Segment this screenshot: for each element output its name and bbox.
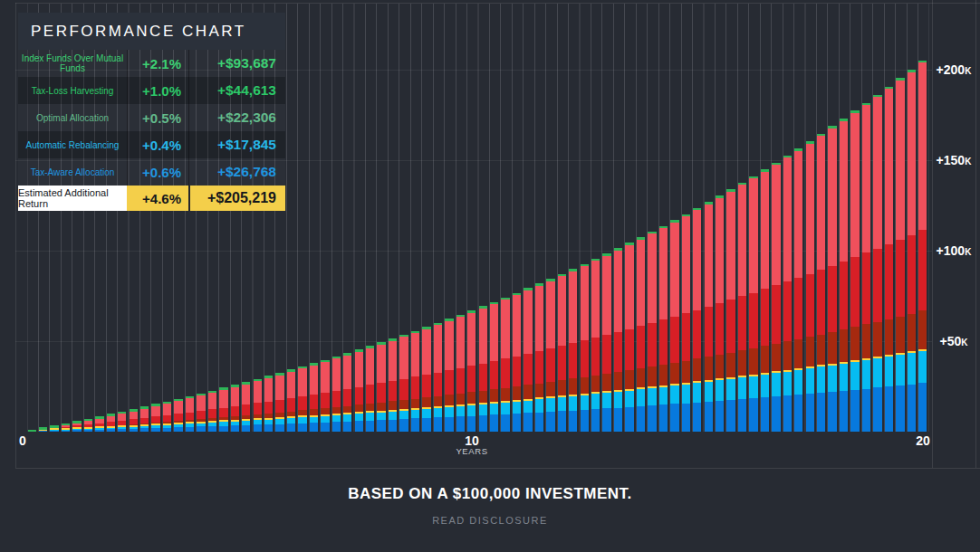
stacked-bar[interactable] <box>275 373 283 432</box>
stacked-bar[interactable] <box>705 202 713 432</box>
stacked-bar[interactable] <box>389 338 397 432</box>
stacked-bar[interactable] <box>546 279 554 432</box>
stacked-bar[interactable] <box>343 353 351 432</box>
stacked-bar[interactable] <box>197 394 205 432</box>
read-disclosure-link[interactable]: READ DISCLOSURE <box>0 515 980 526</box>
bar-segment <box>186 427 194 432</box>
stacked-bar[interactable] <box>219 387 227 432</box>
stacked-bar[interactable] <box>637 237 645 432</box>
stacked-bar[interactable] <box>163 402 171 432</box>
stacked-bar[interactable] <box>467 310 476 432</box>
stacked-bar[interactable] <box>873 95 881 432</box>
bar-segment <box>422 375 430 397</box>
stacked-bar[interactable] <box>411 331 419 432</box>
legend-row[interactable]: Tax-Loss Harvesting+1.0%+$44,613 <box>18 77 285 104</box>
bar-segment <box>850 390 859 432</box>
stacked-bar[interactable] <box>366 346 374 432</box>
stacked-bar[interactable] <box>118 412 126 432</box>
stacked-bar[interactable] <box>794 148 802 432</box>
bar-top-cap <box>118 412 126 414</box>
stacked-bar[interactable] <box>130 409 138 432</box>
stacked-bar[interactable] <box>840 119 848 432</box>
stacked-bar[interactable] <box>95 416 103 432</box>
stacked-bar[interactable] <box>287 369 295 432</box>
stacked-bar[interactable] <box>62 424 70 432</box>
stacked-bar[interactable] <box>726 189 735 432</box>
stacked-bar[interactable] <box>524 288 532 432</box>
stacked-bar[interactable] <box>569 269 577 432</box>
stacked-bar[interactable] <box>377 342 385 432</box>
stacked-bar[interactable] <box>231 385 239 432</box>
stacked-bar[interactable] <box>84 419 92 432</box>
stacked-bar[interactable] <box>355 349 363 432</box>
bar-segment <box>761 169 769 289</box>
stacked-bar[interactable] <box>535 283 543 432</box>
stacked-bar[interactable] <box>254 379 262 432</box>
stacked-bar[interactable] <box>908 70 916 432</box>
bar-segment <box>62 431 70 432</box>
stacked-bar[interactable] <box>806 141 814 432</box>
stacked-bar[interactable] <box>39 427 47 432</box>
stacked-bar[interactable] <box>174 399 182 432</box>
stacked-bar[interactable] <box>772 163 780 432</box>
legend-row-percent: +2.1% <box>127 50 188 77</box>
legend-row-total[interactable]: Estimated Additional Return +4.6% +$205,… <box>18 186 285 211</box>
legend-row[interactable]: Automatic Rebalancing+0.4%+$17,845 <box>18 131 285 158</box>
stacked-bar[interactable] <box>107 414 115 432</box>
stacked-bar[interactable] <box>28 430 36 432</box>
stacked-bar[interactable] <box>670 220 678 432</box>
legend-row[interactable]: Tax-Aware Allocation+0.6%+$26,768 <box>18 158 285 186</box>
stacked-bar[interactable] <box>591 259 600 432</box>
stacked-bar[interactable] <box>862 103 870 432</box>
stacked-bar[interactable] <box>682 214 690 432</box>
stacked-bar[interactable] <box>479 306 487 432</box>
stacked-bar[interactable] <box>445 319 453 432</box>
legend-row[interactable]: Index Funds Over Mutual Funds+2.1%+$93,6… <box>18 50 285 77</box>
stacked-bar[interactable] <box>761 169 769 432</box>
stacked-bar[interactable] <box>513 293 521 432</box>
bar-segment <box>242 404 250 415</box>
bar-segment <box>850 257 859 327</box>
stacked-bar[interactable] <box>140 406 149 432</box>
stacked-bar[interactable] <box>850 110 859 432</box>
stacked-bar[interactable] <box>310 363 318 432</box>
stacked-bar[interactable] <box>264 376 273 432</box>
stacked-bar[interactable] <box>490 302 498 432</box>
stacked-bar[interactable] <box>918 61 927 432</box>
stacked-bar[interactable] <box>738 183 746 432</box>
stacked-bar[interactable] <box>625 243 633 432</box>
stacked-bar[interactable] <box>298 366 306 432</box>
stacked-bar[interactable] <box>456 315 465 432</box>
stacked-bar[interactable] <box>581 264 589 432</box>
stacked-bar[interactable] <box>693 208 701 432</box>
stacked-bar[interactable] <box>208 391 216 432</box>
stacked-bar[interactable] <box>399 335 408 432</box>
stacked-bar[interactable] <box>332 357 341 432</box>
stacked-bar[interactable] <box>614 248 622 432</box>
stacked-bar[interactable] <box>422 327 430 432</box>
stacked-bar[interactable] <box>716 195 724 432</box>
stacked-bar[interactable] <box>749 176 757 432</box>
segment-boundary-line <box>513 400 521 402</box>
stacked-bar[interactable] <box>783 156 792 432</box>
stacked-bar[interactable] <box>321 360 329 432</box>
stacked-bar[interactable] <box>602 253 610 432</box>
stacked-bar[interactable] <box>828 126 836 432</box>
stacked-bar[interactable] <box>501 298 509 432</box>
stacked-bar[interactable] <box>50 425 58 432</box>
bar-top-cap <box>399 335 408 338</box>
bar-top-cap <box>84 419 92 422</box>
stacked-bar[interactable] <box>72 421 81 432</box>
stacked-bar[interactable] <box>659 226 668 432</box>
stacked-bar[interactable] <box>885 87 893 432</box>
stacked-bar[interactable] <box>558 274 566 432</box>
bar-segment <box>434 408 442 417</box>
stacked-bar[interactable] <box>648 232 656 432</box>
stacked-bar[interactable] <box>817 134 825 432</box>
legend-row[interactable]: Optimal Allocation+0.5%+$22,306 <box>18 104 285 131</box>
stacked-bar[interactable] <box>434 323 442 432</box>
stacked-bar[interactable] <box>896 78 904 432</box>
stacked-bar[interactable] <box>151 404 159 432</box>
stacked-bar[interactable] <box>242 382 250 432</box>
stacked-bar[interactable] <box>186 396 194 432</box>
